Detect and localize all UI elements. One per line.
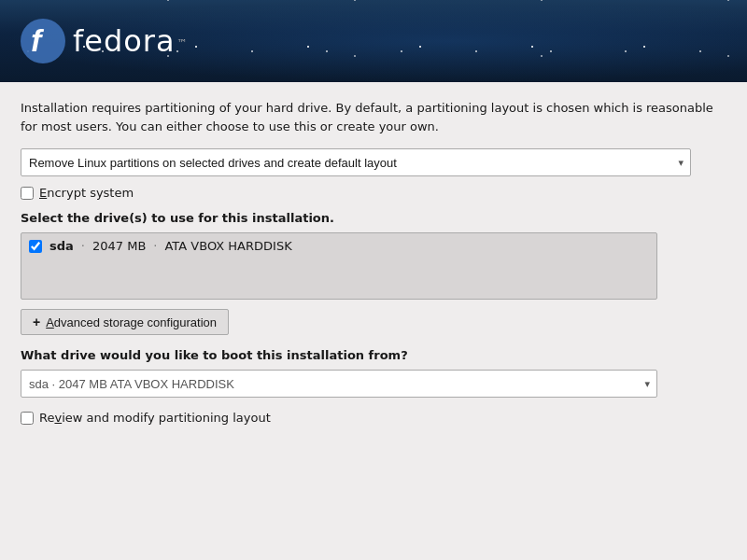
review-checkbox[interactable]	[21, 412, 34, 425]
review-row: Review and modify partitioning layout	[21, 411, 726, 425]
drive-name: sda	[49, 239, 74, 253]
drives-list: sda · 2047 MB · ATA VBOX HARDDISK	[21, 232, 657, 300]
main-content: Installation requires partitioning of yo…	[0, 82, 747, 560]
drive-separator-2: ·	[153, 239, 157, 253]
advanced-button-label: Advanced storage configuration	[46, 315, 217, 329]
boot-heading: What drive would you like to boot this i…	[21, 348, 726, 362]
svg-point-0	[21, 19, 65, 63]
intro-text: Installation requires partitioning of yo…	[21, 99, 726, 135]
drive-separator-1: ·	[81, 239, 85, 253]
boot-dropdown-wrapper: sda · 2047 MB ATA VBOX HARDDISK ▾	[21, 370, 657, 398]
drive-checkbox-sda[interactable]	[29, 240, 42, 253]
header: f fedora™	[0, 0, 747, 82]
fedora-logo: f fedora™	[19, 17, 188, 65]
partitioning-dropdown-row: Remove Linux partitions on selected driv…	[21, 148, 726, 176]
plus-icon: +	[33, 315, 40, 329]
partitioning-dropdown-wrapper: Remove Linux partitions on selected driv…	[21, 148, 691, 176]
drive-type: ATA VBOX HARDDISK	[164, 239, 291, 253]
drive-label-sda[interactable]: sda · 2047 MB · ATA VBOX HARDDISK	[49, 239, 292, 253]
encrypt-row: Encrypt system	[21, 186, 726, 200]
encrypt-label[interactable]: Encrypt system	[39, 186, 134, 200]
boot-dropdown[interactable]: sda · 2047 MB ATA VBOX HARDDISK	[21, 370, 657, 398]
encrypt-checkbox[interactable]	[21, 187, 34, 200]
partitioning-dropdown[interactable]: Remove Linux partitions on selected driv…	[21, 148, 691, 176]
advanced-storage-button[interactable]: + Advanced storage configuration	[21, 309, 229, 335]
drive-size: 2047 MB	[92, 239, 146, 253]
drives-heading: Select the drive(s) to use for this inst…	[21, 211, 726, 225]
trademark: ™	[177, 37, 188, 49]
review-label[interactable]: Review and modify partitioning layout	[39, 411, 271, 425]
fedora-wordmark: fedora	[73, 23, 176, 59]
table-row: sda · 2047 MB · ATA VBOX HARDDISK	[29, 239, 649, 253]
